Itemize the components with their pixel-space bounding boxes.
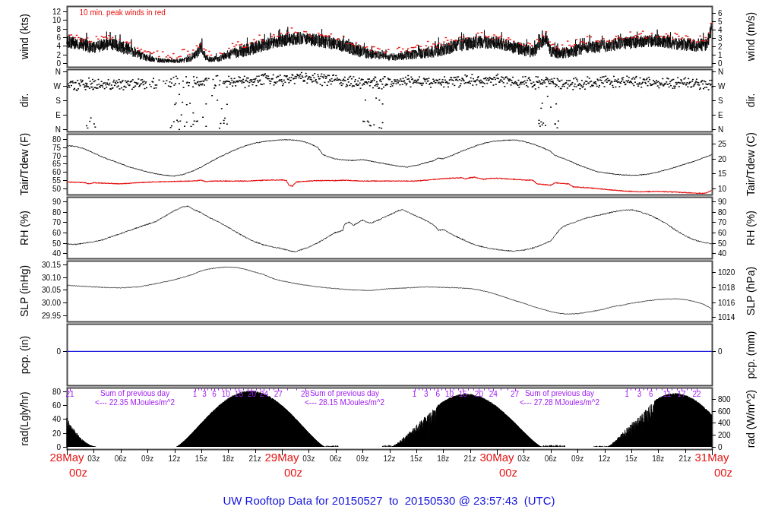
x-minor-hour-label: 06z [115, 455, 127, 463]
dir-left-axis-title: dir. [19, 93, 30, 108]
wind-left-tick-label: 4 [56, 43, 61, 50]
slp-right-tick-label: 1014 [718, 314, 735, 321]
wind-left-tick-label: 12 [52, 8, 61, 16]
rad-sum-label: Sum of previous day [525, 390, 594, 397]
x-minor-hour-label: 15z [410, 455, 422, 463]
x-minor-hour-label: 12z [383, 455, 395, 463]
rad-cumulative-mark: 3 [424, 391, 429, 398]
dir-right-tick-label: N [718, 68, 723, 76]
temp-right-tick-label: 15 [718, 170, 726, 178]
dir-right-axis-title: dir. [745, 93, 756, 108]
rad-cumulative-mark: 22 [692, 391, 701, 398]
slp-left-tick-label: 30.15 [42, 261, 61, 269]
rad-cumulative-mark: 17 [677, 391, 685, 398]
pcp-left-tick-label: 0 [56, 348, 61, 356]
x-major-date-label: 28May [49, 451, 84, 463]
x-major-hour-label: 00z [714, 467, 732, 478]
rad-right-tick-label: 400 [718, 420, 731, 427]
x-major-date-label: 29May [264, 451, 299, 463]
rad-right-axis-title: rad (W/m^2) [745, 389, 756, 448]
wind-left-axis-title: wind (kts) [19, 14, 30, 59]
rad-cumulative-mark: 3 [637, 391, 642, 398]
rh-right-tick-label: 80 [718, 209, 726, 217]
slp-right-axis-title: SLP (hPa) [745, 267, 756, 315]
slp-left-tick-label: 30.05 [42, 287, 61, 294]
x-minor-hour-label: 21z [679, 455, 691, 463]
wind-right-tick-label: 4 [718, 27, 723, 34]
temp-right-tick-label: 20 [718, 156, 726, 163]
dir-left-tick-label: N [55, 68, 61, 76]
x-minor-hour-label: 09z [571, 455, 584, 463]
x-minor-hour-label: 03z [302, 455, 315, 463]
rad-sum-value: <--- 22.35 MJoules/m^2 [95, 399, 175, 407]
temp-left-tick-label: 65 [52, 160, 61, 168]
rad-left-tick-label: 60 [52, 402, 61, 410]
rh-left-axis-title: RH (%) [19, 211, 30, 245]
rh-left-tick-label: 90 [52, 198, 61, 206]
x-minor-hour-label: 03z [517, 455, 530, 463]
x-minor-hour-label: 09z [356, 455, 368, 463]
rh-left-tick-label: 40 [52, 250, 61, 258]
dir-right-tick-label: S [718, 97, 723, 105]
labels-layer: 0246810120123456wind (kts)wind (m/s)NESW… [0, 0, 778, 532]
rad-cumulative-mark: 20 [475, 391, 483, 398]
rad-cumulative-mark: 6 [435, 391, 440, 398]
figure-title: UW Rooftop Data for 20150527 to 20150530… [223, 494, 555, 507]
wind-right-tick-label: 1 [718, 52, 723, 59]
wind-left-tick-label: 8 [56, 26, 61, 33]
x-minor-hour-label: 18z [222, 455, 234, 463]
x-minor-hour-label: 12z [168, 455, 180, 463]
rad-cumulative-mark: 1 [413, 391, 417, 398]
wind-left-tick-label: 6 [56, 34, 61, 42]
x-major-date-label: 30May [479, 451, 514, 463]
rad-cumulative-mark: 10 [445, 391, 454, 398]
rad-cumulative-mark: 15 [459, 391, 467, 398]
rad-cumulative-mark: 28 [301, 391, 309, 398]
rad-cumulative-mark: 27 [511, 391, 519, 398]
dir-left-tick-label: S [55, 97, 61, 105]
pcp-right-axis-title: pcp. (mm) [745, 331, 756, 378]
slp-left-tick-label: 29.95 [42, 312, 61, 320]
rad-cumulative-mark: 27 [274, 391, 283, 398]
x-minor-hour-label: 15z [625, 455, 637, 463]
rad-cumulative-mark: 15 [235, 391, 243, 398]
x-minor-hour-label: 06z [330, 455, 342, 463]
rad-left-axis-title: rad(Lgly/hr) [19, 391, 30, 446]
slp-left-tick-label: 30.00 [42, 299, 61, 307]
temp-left-tick-label: 60 [52, 169, 61, 176]
x-minor-hour-label: 21z [249, 455, 261, 463]
wind-right-tick-label: 3 [718, 35, 723, 43]
slp-right-tick-label: 1016 [718, 299, 735, 307]
x-minor-hour-label: 15z [195, 455, 207, 463]
x-minor-hour-label: 21z [464, 455, 476, 463]
x-major-date-label: 31May [694, 451, 729, 463]
rh-left-tick-label: 70 [52, 219, 61, 226]
x-minor-hour-label: 12z [598, 455, 610, 463]
wind-right-tick-label: 5 [718, 18, 723, 26]
rh-left-tick-label: 60 [52, 230, 61, 237]
rh-right-tick-label: 60 [718, 230, 726, 237]
rad-left-tick-label: 0 [56, 444, 61, 451]
rad-cumulative-mark: 6 [212, 391, 217, 398]
dir-right-tick-label: N [718, 126, 723, 134]
wind-left-tick-label: 0 [56, 60, 61, 68]
uw-rooftop-weather-figure: 0246810120123456wind (kts)wind (m/s)NESW… [0, 0, 778, 532]
rh-right-tick-label: 50 [718, 240, 726, 248]
slp-left-axis-title: SLP (inHg) [19, 265, 30, 317]
x-major-hour-label: 00z [69, 467, 87, 478]
rh-left-tick-label: 50 [52, 240, 61, 248]
wind-right-tick-label: 0 [718, 60, 723, 68]
peak-wind-annotation: 10 min. peak winds in red [80, 9, 166, 17]
rad-cumulative-mark: 6 [649, 391, 653, 398]
dir-left-tick-label: W [54, 83, 61, 90]
rh-right-tick-label: 90 [718, 198, 726, 206]
rh-left-tick-label: 80 [52, 209, 61, 217]
pcp-left-axis-title: pcp. (in) [19, 335, 30, 374]
rad-cumulative-mark: 21 [66, 391, 74, 398]
rad-sum-label: Sum of previous day [100, 390, 169, 397]
temp-left-tick-label: 55 [52, 177, 61, 185]
rad-left-tick-label: 20 [52, 430, 61, 438]
pcp-right-tick-label: 0 [718, 348, 723, 356]
temp-left-axis-title: Tair/Tdew (F) [19, 133, 30, 195]
wind-right-tick-label: 2 [718, 43, 723, 51]
